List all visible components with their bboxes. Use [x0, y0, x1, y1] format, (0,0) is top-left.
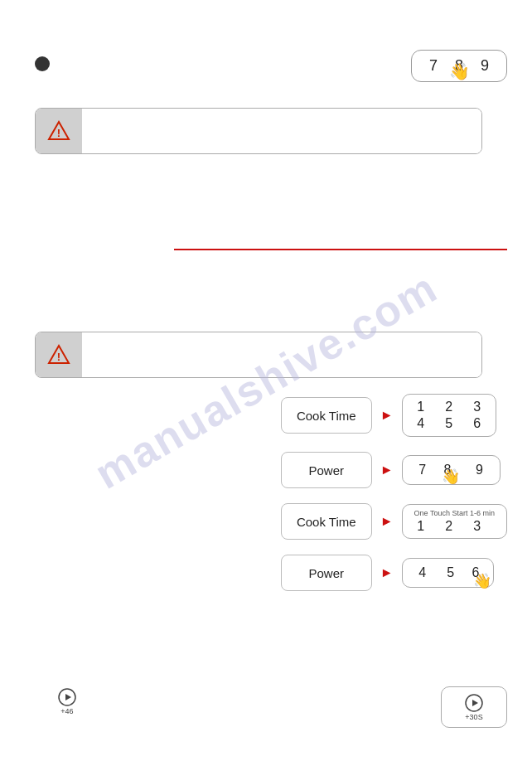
num-6: 6 — [471, 416, 484, 431]
control-row-power-1: Power ► 7 8 👋 9 — [281, 452, 507, 488]
top-number-row: 7 8 👋 9 — [411, 50, 507, 82]
num-2: 2 — [443, 400, 456, 414]
hand-cursor-power-1: 👋 — [442, 468, 460, 486]
svg-marker-7 — [472, 700, 478, 706]
svg-marker-5 — [65, 694, 71, 700]
numgrid-row-1b: 4 5 6 — [414, 416, 484, 431]
warning-content-2 — [82, 332, 481, 377]
one-touch-label: One Touch Start 1-6 min — [414, 509, 495, 517]
svg-text:!: ! — [57, 351, 60, 363]
bottom-right-play: +30S — [465, 694, 483, 721]
warning-triangle-2: ! — [47, 343, 70, 366]
arrow-4: ► — [380, 565, 394, 580]
red-divider-line — [174, 249, 507, 250]
hand-cursor-power-2: 👋 — [473, 572, 491, 590]
cooktime-numgrid-2[interactable]: One Touch Start 1-6 min 1 2 3 — [402, 504, 507, 539]
power-num-8-container: 8 👋 — [444, 463, 452, 477]
bottom-left-icon: +46 — [58, 688, 76, 715]
svg-text:!: ! — [57, 127, 60, 139]
control-row-cooktime-2: Cook Time ► One Touch Start 1-6 min 1 2 … — [281, 503, 507, 540]
num-5: 5 — [443, 416, 456, 431]
warning-box-1: ! — [35, 108, 482, 154]
warning-box-2: ! — [35, 332, 482, 378]
cooktime2-numrow: 1 2 3 — [414, 519, 495, 534]
bottom-right-label: +30S — [465, 713, 482, 721]
warning-icon-col-1: ! — [36, 109, 82, 153]
num-4: 4 — [414, 416, 428, 431]
warning-icon-col-2: ! — [36, 332, 82, 377]
cooktime-numgrid-1[interactable]: 1 2 3 4 5 6 — [402, 394, 496, 437]
cooktime-label-1: Cook Time — [281, 397, 372, 434]
power-label-1: Power — [281, 452, 372, 488]
power-numrow-1[interactable]: 7 8 👋 9 — [402, 455, 501, 485]
power2-num-5: 5 — [444, 565, 457, 580]
numgrid-row-1a: 1 2 3 — [414, 400, 484, 414]
play-circle-icon-left — [58, 688, 76, 706]
power2-num-6-container: 6 👋 — [472, 565, 480, 580]
bottom-left-play: +46 — [58, 688, 76, 715]
power2-num-4: 4 — [416, 565, 429, 580]
cooktime2-num-3: 3 — [471, 519, 484, 534]
num-3: 3 — [471, 400, 484, 414]
num-1: 1 — [414, 400, 428, 414]
power-numrow-2[interactable]: 4 5 6 👋 — [402, 558, 494, 588]
warning-content-1 — [82, 109, 481, 153]
power-label-2: Power — [281, 555, 372, 591]
control-row-power-2: Power ► 4 5 6 👋 — [281, 555, 507, 591]
power-num-9: 9 — [473, 463, 486, 477]
arrow-3: ► — [380, 514, 394, 529]
bottom-right-icon-box[interactable]: +30S — [441, 686, 507, 728]
bottom-left-label: +46 — [60, 707, 73, 715]
top-num-8: 8 — [455, 57, 463, 74]
controls-section: Cook Time ► 1 2 3 4 5 6 Power ► 7 8 👋 9 — [281, 394, 507, 591]
top-num-9: 9 — [478, 57, 491, 75]
control-row-cooktime-1: Cook Time ► 1 2 3 4 5 6 — [281, 394, 507, 437]
cooktime2-num-2: 2 — [443, 519, 456, 534]
top-num-8-container: 8 👋 — [455, 57, 463, 75]
cooktime-label-2: Cook Time — [281, 503, 372, 540]
power-num-7: 7 — [416, 463, 429, 477]
arrow-1: ► — [380, 408, 394, 423]
warning-triangle-1: ! — [47, 119, 70, 143]
play-circle-icon-right — [465, 694, 483, 712]
page-dot — [35, 56, 50, 71]
arrow-2: ► — [380, 463, 394, 477]
cooktime2-num-1: 1 — [414, 519, 428, 534]
top-num-7: 7 — [427, 57, 440, 75]
